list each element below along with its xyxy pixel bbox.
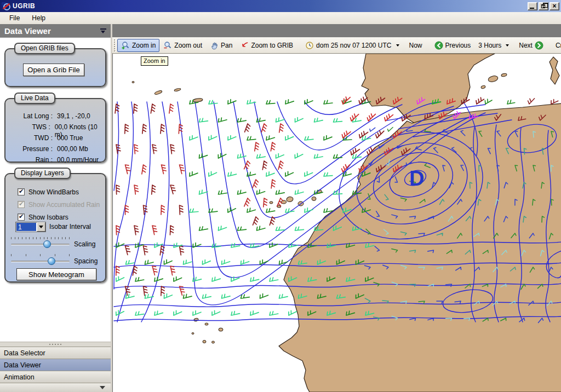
chevron-down-icon xyxy=(39,226,43,228)
create-animation-button[interactable]: Create Animation xyxy=(552,39,561,51)
window-title: UGRIB xyxy=(13,2,35,10)
checkbox[interactable]: ✔ xyxy=(18,188,25,195)
sidebar-item-animation[interactable]: Animation xyxy=(0,371,111,383)
zoom-out-button[interactable]: Zoom out xyxy=(159,39,206,52)
chevron-down-icon xyxy=(100,386,105,389)
menu-bar: File Help xyxy=(0,12,561,24)
check-icon: ✔ xyxy=(19,188,24,195)
live-data-group-label: Live Data xyxy=(14,93,55,104)
toolbar-grip[interactable] xyxy=(114,39,115,51)
isobar-interval-select[interactable]: 1 xyxy=(15,222,46,232)
sidebar-item-data-selector[interactable]: Data Selector xyxy=(0,347,111,359)
map-toolbar: Zoom in Zoom out Pan Zoom to GRIB dom 25… xyxy=(112,37,561,54)
zoom-to-grib-button[interactable]: Zoom to GRIB xyxy=(236,39,297,52)
zoom-to-grib-icon xyxy=(240,41,249,50)
live-data-row: TWD :000 True xyxy=(9,134,104,145)
layer-checkbox-row: ✔Show Isobars xyxy=(18,213,68,221)
live-data-row: Rain :00,0 mm/Hour xyxy=(9,156,104,167)
minimize-button[interactable] xyxy=(528,2,537,10)
previous-arrow-icon xyxy=(434,41,443,50)
next-label: Next xyxy=(519,42,533,49)
title-bar: UGRIB × xyxy=(0,0,561,12)
live-data-value: 000,00 Mb xyxy=(57,145,88,156)
nav-overflow-bar[interactable] xyxy=(0,383,111,392)
checkbox[interactable]: ✔ xyxy=(18,201,25,208)
datetime-label: dom 25 nov 07 1200 UTC xyxy=(316,42,391,49)
weather-map[interactable]: D xyxy=(113,54,561,392)
now-button[interactable]: Now xyxy=(405,39,426,51)
menu-file[interactable]: File xyxy=(4,13,25,23)
live-data-label: TWS : xyxy=(9,123,50,134)
open-grib-group-label: Open GRIB files xyxy=(14,43,75,54)
isobar-interval-dropdown-button[interactable] xyxy=(37,222,45,232)
live-data-label: Rain : xyxy=(9,156,53,167)
collapse-panel-icon[interactable] xyxy=(100,28,106,33)
live-data-value: 00,0 Knots (10 m) xyxy=(55,123,104,134)
land-layer xyxy=(132,54,561,392)
datetime-button[interactable]: dom 25 nov 07 1200 UTC xyxy=(301,39,405,52)
low-pressure-label: D xyxy=(409,167,424,190)
pan-hand-icon xyxy=(210,41,219,50)
pan-button[interactable]: Pan xyxy=(206,39,236,52)
map-area[interactable]: D xyxy=(112,54,561,392)
step-interval-button[interactable]: 3 Hours xyxy=(474,39,515,51)
create-animation-label: Create Animation xyxy=(556,42,561,49)
zoom-in-label: Zoom in xyxy=(132,42,156,49)
checkbox-label: Show Accumulated Rain xyxy=(28,201,100,209)
show-meteogram-button[interactable]: Show Meteogram xyxy=(16,268,96,280)
slider-label: Spacing xyxy=(74,257,98,265)
live-data-label: Lat Long : xyxy=(9,112,53,123)
restore-button[interactable] xyxy=(539,2,548,10)
panel-header: Data Viewer xyxy=(0,24,111,37)
check-icon: ✔ xyxy=(19,200,24,207)
checkbox[interactable]: ✔ xyxy=(18,214,25,221)
clock-icon xyxy=(305,41,314,50)
isobar-interval-label: Isobar Interval xyxy=(49,223,91,230)
live-data-row: Lat Long :39,1 , -20,0 xyxy=(9,112,104,123)
close-icon: × xyxy=(552,3,556,9)
ugrib-window: UGRIB × File Help Data Viewer Open GRIB … xyxy=(0,0,561,392)
slider-label: Scaling xyxy=(74,240,95,248)
panel-title: Data Viewer xyxy=(4,26,51,36)
previous-label: Previous xyxy=(445,42,471,49)
live-data-group: Live Data Lat Long :39,1 , -20,0TWS :00,… xyxy=(4,98,106,163)
zoom-to-grib-label: Zoom to GRIB xyxy=(251,42,293,49)
nav-footer: Data SelectorData ViewerAnimation xyxy=(0,342,111,392)
zoom-in-icon xyxy=(121,41,130,50)
open-grib-file-button[interactable]: Open a Grib File xyxy=(23,64,84,76)
zoom-out-icon xyxy=(163,41,172,50)
chevron-down-icon xyxy=(506,44,509,47)
sidebar-item-data-viewer[interactable]: Data Viewer xyxy=(0,359,111,371)
step-interval-label: 3 Hours xyxy=(478,42,501,49)
live-data-row: TWS :00,0 Knots (10 m) xyxy=(9,123,104,134)
slider-track[interactable] xyxy=(11,261,70,262)
next-button[interactable]: Next xyxy=(515,39,547,52)
close-button[interactable]: × xyxy=(549,2,559,10)
next-arrow-icon xyxy=(535,41,543,50)
restore-icon xyxy=(541,4,545,8)
live-data-value: 39,1 , -20,0 xyxy=(57,112,90,123)
slider-ticks xyxy=(11,254,70,256)
sidebar-splitter-horizontal[interactable] xyxy=(0,342,111,347)
app-logo-icon xyxy=(2,2,10,10)
chevron-down-icon xyxy=(396,44,399,47)
zoom-in-button[interactable]: Zoom in xyxy=(117,39,159,52)
live-data-value: 00,0 mm/Hour xyxy=(57,156,99,167)
scaling-slider-thumb[interactable] xyxy=(43,240,51,248)
zoom-out-label: Zoom out xyxy=(174,42,202,49)
slider-track[interactable] xyxy=(11,244,70,245)
header-band: Data Viewer xyxy=(0,24,561,37)
live-data-label: Pressure : xyxy=(9,145,53,156)
live-data-label: TWD : xyxy=(9,134,53,145)
layer-checkbox-row: ✔Show Accumulated Rain xyxy=(18,200,100,209)
live-data-value: 000 True xyxy=(57,134,83,145)
isobar-interval-value: 1 xyxy=(16,223,36,231)
check-icon: ✔ xyxy=(19,213,24,220)
pan-label: Pan xyxy=(221,42,232,49)
open-grib-group: Open GRIB files Open a Grib File xyxy=(4,48,106,87)
label-layer: D xyxy=(409,167,424,190)
spacing-slider-thumb[interactable] xyxy=(48,257,55,265)
menu-help[interactable]: Help xyxy=(27,13,50,23)
previous-button[interactable]: Previous xyxy=(431,39,475,52)
display-layers-group: Display Layers ✔Show WindBarbs✔Show Accu… xyxy=(4,173,106,283)
